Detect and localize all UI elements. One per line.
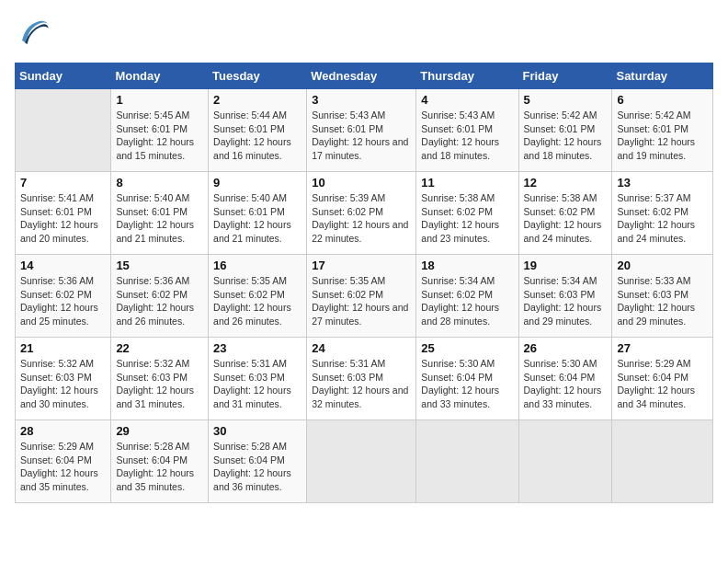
- day-number: 19: [524, 259, 608, 272]
- day-info: Sunrise: 5:28 AMSunset: 6:04 PMDaylight:…: [213, 440, 301, 494]
- day-info: Sunrise: 5:38 AMSunset: 6:02 PMDaylight:…: [524, 191, 608, 246]
- calendar-table: SundayMondayTuesdayWednesdayThursdayFrid…: [15, 63, 713, 503]
- day-cell: 17Sunrise: 5:35 AMSunset: 6:02 PMDayligh…: [307, 255, 416, 338]
- day-info: Sunrise: 5:35 AMSunset: 6:02 PMDaylight:…: [312, 274, 411, 328]
- day-cell: 28Sunrise: 5:29 AMSunset: 6:04 PMDayligh…: [16, 420, 111, 503]
- day-info: Sunrise: 5:28 AMSunset: 6:04 PMDaylight:…: [116, 440, 203, 494]
- day-info: Sunrise: 5:44 AMSunset: 6:01 PMDaylight:…: [213, 109, 301, 163]
- week-row-3: 14Sunrise: 5:36 AMSunset: 6:02 PMDayligh…: [16, 255, 713, 338]
- day-number: 21: [20, 341, 106, 355]
- day-info: Sunrise: 5:32 AMSunset: 6:03 PMDaylight:…: [116, 357, 203, 411]
- day-number: 13: [617, 176, 708, 190]
- day-cell: 30Sunrise: 5:28 AMSunset: 6:04 PMDayligh…: [209, 420, 307, 503]
- day-number: 14: [20, 259, 106, 272]
- day-info: Sunrise: 5:36 AMSunset: 6:02 PMDaylight:…: [116, 274, 203, 328]
- day-cell: 27Sunrise: 5:29 AMSunset: 6:04 PMDayligh…: [612, 338, 713, 420]
- day-info: Sunrise: 5:30 AMSunset: 6:04 PMDaylight:…: [421, 357, 513, 411]
- week-row-5: 28Sunrise: 5:29 AMSunset: 6:04 PMDayligh…: [16, 420, 713, 503]
- day-cell: 14Sunrise: 5:36 AMSunset: 6:02 PMDayligh…: [16, 255, 111, 338]
- day-cell: 7Sunrise: 5:41 AMSunset: 6:01 PMDaylight…: [16, 172, 111, 255]
- logo: [15, 15, 55, 52]
- day-number: 6: [617, 93, 708, 107]
- day-cell: 2Sunrise: 5:44 AMSunset: 6:01 PMDaylight…: [209, 89, 307, 172]
- day-cell: 21Sunrise: 5:32 AMSunset: 6:03 PMDayligh…: [16, 338, 111, 420]
- day-number: 8: [116, 176, 203, 190]
- column-header-thursday: Thursday: [416, 63, 518, 89]
- day-number: 5: [524, 93, 608, 107]
- day-cell: 10Sunrise: 5:39 AMSunset: 6:02 PMDayligh…: [307, 172, 416, 255]
- day-info: Sunrise: 5:39 AMSunset: 6:02 PMDaylight:…: [312, 191, 411, 246]
- day-cell: 29Sunrise: 5:28 AMSunset: 6:04 PMDayligh…: [111, 420, 209, 503]
- day-number: 3: [312, 93, 411, 107]
- day-number: 1: [116, 93, 203, 107]
- day-number: 10: [312, 176, 411, 190]
- day-info: Sunrise: 5:40 AMSunset: 6:01 PMDaylight:…: [213, 191, 301, 246]
- day-number: 20: [617, 259, 708, 272]
- day-info: Sunrise: 5:31 AMSunset: 6:03 PMDaylight:…: [213, 357, 301, 411]
- day-cell: 16Sunrise: 5:35 AMSunset: 6:02 PMDayligh…: [209, 255, 307, 338]
- day-cell: [16, 89, 111, 172]
- day-number: 30: [213, 424, 301, 438]
- day-cell: 18Sunrise: 5:34 AMSunset: 6:02 PMDayligh…: [416, 255, 518, 338]
- day-number: 18: [421, 259, 513, 272]
- day-cell: [416, 420, 518, 503]
- day-cell: [307, 420, 416, 503]
- day-cell: 11Sunrise: 5:38 AMSunset: 6:02 PMDayligh…: [416, 172, 518, 255]
- day-number: 16: [213, 259, 301, 272]
- day-info: Sunrise: 5:42 AMSunset: 6:01 PMDaylight:…: [617, 109, 708, 163]
- day-number: 2: [213, 93, 301, 107]
- day-cell: 6Sunrise: 5:42 AMSunset: 6:01 PMDaylight…: [612, 89, 713, 172]
- day-number: 22: [116, 341, 203, 355]
- day-cell: 23Sunrise: 5:31 AMSunset: 6:03 PMDayligh…: [209, 338, 307, 420]
- day-cell: 12Sunrise: 5:38 AMSunset: 6:02 PMDayligh…: [518, 172, 612, 255]
- day-info: Sunrise: 5:43 AMSunset: 6:01 PMDaylight:…: [312, 109, 411, 163]
- day-cell: 26Sunrise: 5:30 AMSunset: 6:04 PMDayligh…: [518, 338, 612, 420]
- page-header: [15, 15, 713, 52]
- day-info: Sunrise: 5:37 AMSunset: 6:02 PMDaylight:…: [617, 191, 708, 246]
- day-info: Sunrise: 5:32 AMSunset: 6:03 PMDaylight:…: [20, 357, 106, 411]
- day-cell: 13Sunrise: 5:37 AMSunset: 6:02 PMDayligh…: [612, 172, 713, 255]
- day-number: 26: [524, 341, 608, 355]
- column-header-sunday: Sunday: [16, 63, 111, 89]
- column-header-wednesday: Wednesday: [307, 63, 416, 89]
- week-row-1: 1Sunrise: 5:45 AMSunset: 6:01 PMDaylight…: [16, 89, 713, 172]
- calendar-header-row: SundayMondayTuesdayWednesdayThursdayFrid…: [16, 63, 713, 89]
- day-info: Sunrise: 5:31 AMSunset: 6:03 PMDaylight:…: [312, 357, 411, 411]
- logo-icon: [15, 15, 51, 52]
- day-info: Sunrise: 5:34 AMSunset: 6:03 PMDaylight:…: [524, 274, 608, 328]
- day-cell: 15Sunrise: 5:36 AMSunset: 6:02 PMDayligh…: [111, 255, 209, 338]
- day-number: 15: [116, 259, 203, 272]
- day-info: Sunrise: 5:43 AMSunset: 6:01 PMDaylight:…: [421, 109, 513, 163]
- day-cell: 1Sunrise: 5:45 AMSunset: 6:01 PMDaylight…: [111, 89, 209, 172]
- day-cell: 25Sunrise: 5:30 AMSunset: 6:04 PMDayligh…: [416, 338, 518, 420]
- day-info: Sunrise: 5:36 AMSunset: 6:02 PMDaylight:…: [20, 274, 106, 328]
- day-number: 24: [312, 341, 411, 355]
- day-cell: 5Sunrise: 5:42 AMSunset: 6:01 PMDaylight…: [518, 89, 612, 172]
- day-number: 25: [421, 341, 513, 355]
- day-info: Sunrise: 5:42 AMSunset: 6:01 PMDaylight:…: [524, 109, 608, 163]
- day-number: 7: [20, 176, 106, 190]
- day-cell: 20Sunrise: 5:33 AMSunset: 6:03 PMDayligh…: [612, 255, 713, 338]
- day-number: 11: [421, 176, 513, 190]
- day-cell: 19Sunrise: 5:34 AMSunset: 6:03 PMDayligh…: [518, 255, 612, 338]
- column-header-monday: Monday: [111, 63, 209, 89]
- day-info: Sunrise: 5:33 AMSunset: 6:03 PMDaylight:…: [617, 274, 708, 328]
- day-cell: 9Sunrise: 5:40 AMSunset: 6:01 PMDaylight…: [209, 172, 307, 255]
- day-number: 29: [116, 424, 203, 438]
- day-cell: 8Sunrise: 5:40 AMSunset: 6:01 PMDaylight…: [111, 172, 209, 255]
- day-number: 4: [421, 93, 513, 107]
- day-number: 12: [524, 176, 608, 190]
- week-row-4: 21Sunrise: 5:32 AMSunset: 6:03 PMDayligh…: [16, 338, 713, 420]
- day-info: Sunrise: 5:35 AMSunset: 6:02 PMDaylight:…: [213, 274, 301, 328]
- day-cell: [612, 420, 713, 503]
- column-header-friday: Friday: [518, 63, 612, 89]
- day-info: Sunrise: 5:34 AMSunset: 6:02 PMDaylight:…: [421, 274, 513, 328]
- day-info: Sunrise: 5:38 AMSunset: 6:02 PMDaylight:…: [421, 191, 513, 246]
- day-info: Sunrise: 5:30 AMSunset: 6:04 PMDaylight:…: [524, 357, 608, 411]
- day-info: Sunrise: 5:41 AMSunset: 6:01 PMDaylight:…: [20, 191, 106, 246]
- day-cell: [518, 420, 612, 503]
- day-cell: 22Sunrise: 5:32 AMSunset: 6:03 PMDayligh…: [111, 338, 209, 420]
- day-number: 28: [20, 424, 106, 438]
- day-cell: 4Sunrise: 5:43 AMSunset: 6:01 PMDaylight…: [416, 89, 518, 172]
- week-row-2: 7Sunrise: 5:41 AMSunset: 6:01 PMDaylight…: [16, 172, 713, 255]
